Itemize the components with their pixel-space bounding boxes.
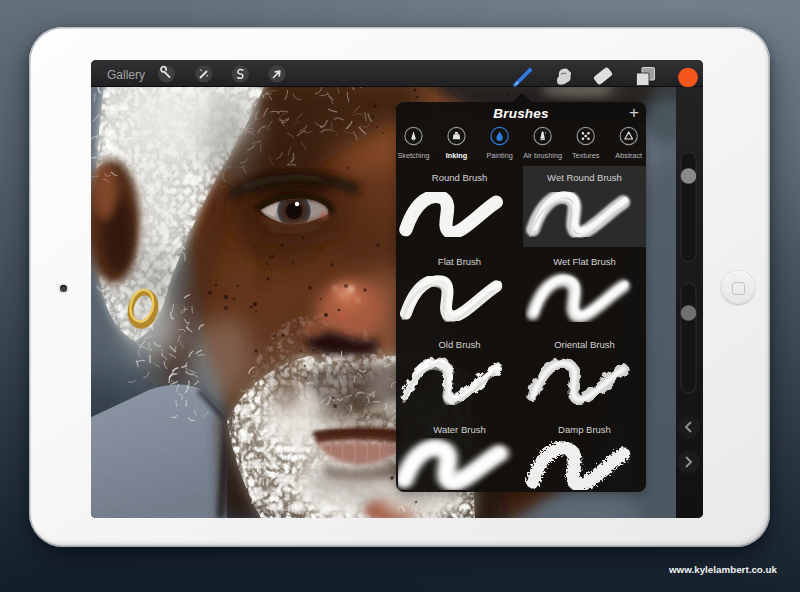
svg-text:Painting: Painting xyxy=(486,151,512,160)
svg-text:Inking: Inking xyxy=(446,151,468,160)
svg-text:Textures: Textures xyxy=(572,151,600,160)
svg-text:Gallery: Gallery xyxy=(107,68,145,82)
svg-text:Sketching: Sketching xyxy=(397,151,429,160)
svg-text:Abstract: Abstract xyxy=(615,151,642,160)
svg-text:Air brushing: Air brushing xyxy=(523,151,562,160)
